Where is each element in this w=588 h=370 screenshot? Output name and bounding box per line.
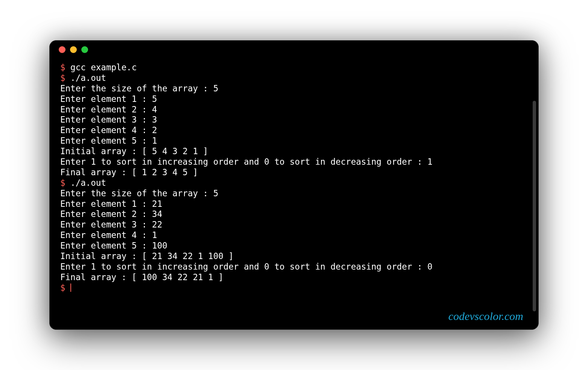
terminal-output-line: Enter element 5 : 100: [60, 241, 528, 251]
terminal-text: gcc example.c: [70, 62, 137, 72]
minimize-icon[interactable]: [70, 46, 77, 53]
terminal-output-line: Enter the size of the array : 5: [60, 188, 528, 199]
terminal-text: ./a.out: [70, 178, 106, 188]
terminal-output-line: Enter element 1 : 21: [60, 199, 528, 209]
prompt-symbol: $: [60, 283, 70, 293]
terminal-output-line: Enter element 3 : 3: [60, 115, 528, 125]
terminal-text: Enter element 2 : 34: [60, 209, 162, 219]
terminal-output-line: Enter element 3 : 22: [60, 220, 528, 230]
terminal-text: Enter element 1 : 21: [60, 199, 162, 209]
terminal-text: Enter element 5 : 100: [60, 241, 167, 250]
terminal-text: ./a.out: [70, 73, 106, 83]
maximize-icon[interactable]: [81, 46, 88, 53]
terminal-output-line: Enter element 2 : 34: [60, 209, 528, 220]
terminal-body[interactable]: $ gcc example.c$ ./a.outEnter the size o…: [50, 59, 538, 301]
terminal-output-line: Initial array : [ 21 34 22 1 100 ]: [60, 251, 528, 262]
terminal-output-line: Enter element 4 : 2: [60, 125, 528, 136]
terminal-command-line: $ ./a.out: [60, 73, 528, 83]
prompt-symbol: $: [60, 73, 70, 83]
terminal-output-line: Final array : [ 100 34 22 21 1 ]: [60, 272, 528, 283]
scrollbar-thumb[interactable]: [533, 101, 536, 311]
terminal-command-line: $ gcc example.c: [60, 62, 528, 73]
terminal-output-line: Enter element 1 : 5: [60, 94, 528, 105]
prompt-symbol: $: [60, 62, 70, 72]
terminal-text: Enter 1 to sort in increasing order and …: [60, 157, 433, 167]
terminal-text: Enter element 3 : 3: [60, 115, 157, 124]
terminal-output-line: Final array : [ 1 2 3 4 5 ]: [60, 167, 528, 178]
terminal-text: Enter element 5 : 1: [60, 136, 157, 146]
terminal-window: $ gcc example.c$ ./a.outEnter the size o…: [49, 40, 539, 330]
terminal-text: Enter element 4 : 1: [60, 230, 157, 240]
terminal-text: Final array : [ 1 2 3 4 5 ]: [60, 167, 198, 177]
terminal-text: Enter 1 to sort in increasing order and …: [60, 262, 433, 271]
terminal-output-line: Enter 1 to sort in increasing order and …: [60, 157, 528, 167]
watermark: codevscolor.com: [448, 310, 523, 323]
terminal-text: Final array : [ 100 34 22 21 1 ]: [60, 272, 223, 282]
title-bar: [50, 41, 538, 59]
terminal-output-line: Enter 1 to sort in increasing order and …: [60, 262, 528, 272]
terminal-text: Enter the size of the array : 5: [60, 188, 218, 198]
terminal-text: Enter element 1 : 5: [60, 94, 157, 104]
terminal-output-line: Enter element 4 : 1: [60, 230, 528, 241]
close-icon[interactable]: [59, 46, 66, 53]
terminal-text: Initial array : [ 21 34 22 1 100 ]: [60, 251, 234, 261]
terminal-output-line: Enter the size of the array : 5: [60, 83, 528, 94]
terminal-output-line: Enter element 2 : 4: [60, 105, 528, 115]
terminal-output-line: Enter element 5 : 1: [60, 136, 528, 146]
terminal-text: Enter the size of the array : 5: [60, 83, 218, 93]
terminal-output-line: Initial array : [ 5 4 3 2 1 ]: [60, 146, 528, 157]
cursor-icon: [70, 284, 71, 292]
terminal-command-line: $ ./a.out: [60, 178, 528, 188]
terminal-text: Initial array : [ 5 4 3 2 1 ]: [60, 146, 208, 156]
terminal-text: Enter element 2 : 4: [60, 105, 157, 114]
terminal-text: Enter element 3 : 22: [60, 220, 162, 229]
terminal-command-line: $: [60, 283, 528, 293]
prompt-symbol: $: [60, 178, 70, 188]
terminal-text: Enter element 4 : 2: [60, 125, 157, 135]
